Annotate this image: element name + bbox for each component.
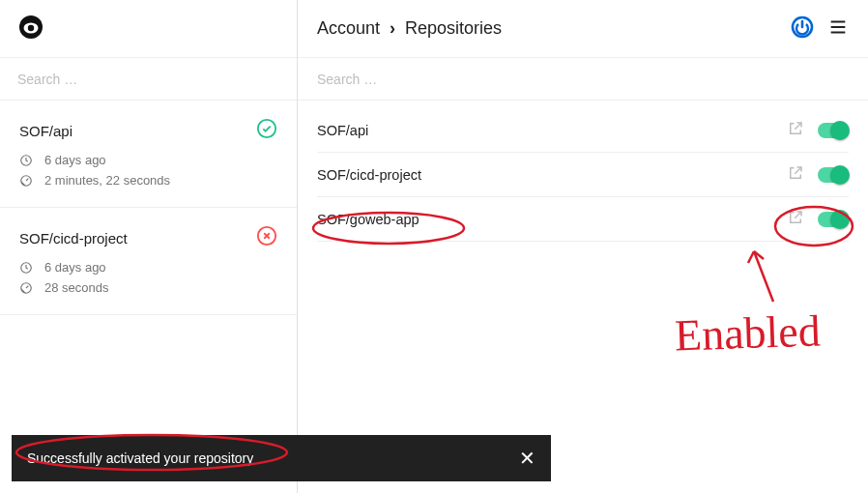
hamburger-menu-icon[interactable] — [827, 16, 849, 42]
repo-name[interactable]: SOF/goweb-app — [317, 212, 787, 227]
repo-enable-toggle[interactable] — [818, 212, 849, 227]
main: Account › Repositories SOF/api — [298, 0, 868, 493]
repo-list: SOF/api SOF/cicd-project SOF/goweb-app — [298, 101, 868, 242]
build-title: SOF/api — [19, 123, 72, 139]
repo-enable-toggle[interactable] — [818, 123, 849, 138]
build-card[interactable]: SOF/api 6 days ago 2 minutes, 22 seconds — [0, 101, 297, 208]
build-age: 6 days ago — [44, 153, 106, 167]
toast-notification: Successfully activated your repository ✕ — [12, 435, 551, 481]
external-link-icon[interactable] — [787, 164, 804, 186]
close-icon[interactable]: ✕ — [519, 447, 535, 470]
timer-icon — [19, 174, 35, 188]
power-icon[interactable] — [791, 15, 814, 43]
repo-enable-toggle[interactable] — [818, 167, 849, 183]
clock-icon — [19, 154, 35, 167]
breadcrumb-page: Repositories — [405, 18, 502, 39]
logo-row — [0, 0, 297, 58]
breadcrumb-account[interactable]: Account — [317, 18, 380, 39]
breadcrumb: Account › Repositories — [317, 18, 791, 39]
sidebar: SOF/api 6 days ago 2 minutes, 22 seconds… — [0, 0, 298, 493]
timer-icon — [19, 281, 35, 295]
chevron-right-icon: › — [390, 18, 395, 39]
repo-name[interactable]: SOF/cicd-project — [317, 167, 787, 183]
repo-name[interactable]: SOF/api — [317, 123, 787, 138]
build-card[interactable]: SOF/cicd-project 6 days ago 28 seconds — [0, 208, 297, 315]
build-duration: 2 minutes, 22 seconds — [44, 173, 170, 188]
external-link-icon[interactable] — [787, 120, 804, 141]
build-age: 6 days ago — [44, 260, 106, 275]
repo-row: SOF/goweb-app — [317, 197, 849, 242]
drone-logo-icon — [17, 14, 44, 44]
external-link-icon[interactable] — [787, 209, 804, 230]
svg-point-2 — [28, 24, 34, 30]
sidebar-search-input[interactable] — [17, 72, 279, 87]
build-duration: 28 seconds — [44, 280, 109, 295]
build-title: SOF/cicd-project — [19, 230, 128, 246]
repo-search-input[interactable] — [317, 72, 849, 87]
clock-icon — [19, 261, 35, 275]
svg-point-3 — [258, 120, 275, 137]
toast-message: Successfully activated your repository — [27, 450, 253, 466]
status-success-icon — [256, 118, 277, 143]
repo-row: SOF/cicd-project — [317, 153, 849, 197]
status-failure-icon — [256, 225, 277, 250]
topbar: Account › Repositories — [298, 0, 868, 58]
repo-row: SOF/api — [317, 108, 849, 153]
